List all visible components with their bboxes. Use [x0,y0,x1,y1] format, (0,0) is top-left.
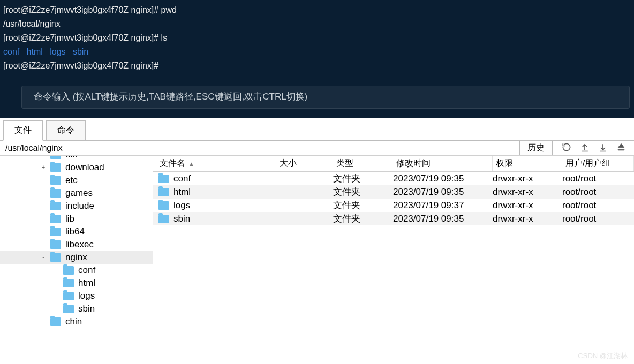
file-row[interactable]: html文件夹2023/07/19 09:35drwxr-xr-xroot/ro… [153,185,634,199]
file-type: 文件夹 [333,199,393,211]
tree-item-lib[interactable]: lib [0,213,153,225]
tree-item-label: logs [78,291,95,301]
folder-icon [50,202,61,210]
tree-item-label: bin [65,156,78,160]
file-row[interactable]: logs文件夹2023/07/19 09:37drwxr-xr-xroot/ro… [153,199,634,212]
folder-icon [63,266,74,275]
file-name: html [173,187,191,198]
tree-item-conf[interactable]: conf [0,264,153,277]
tree-item-label: etc [65,175,78,186]
tree-item-html[interactable]: html [0,277,153,290]
tree-item-libexec[interactable]: libexec [0,238,153,251]
tree-item-label: chin [65,316,82,327]
file-name: conf [173,173,191,184]
folder-icon [159,201,169,210]
folder-icon [50,156,61,159]
file-name: sbin [173,214,190,224]
collapse-icon[interactable]: - [40,254,47,261]
file-date: 2023/07/19 09:35 [393,187,493,198]
folder-icon [63,292,74,300]
refresh-icon[interactable] [561,142,572,155]
file-user: root/root [562,187,634,198]
file-perm: drwxr-xr-x [493,214,562,224]
tree-item-label: games [65,188,93,199]
folder-icon [50,176,61,185]
terminal-output-dirs: conf html logs sbin [3,45,633,59]
file-date: 2023/07/19 09:37 [393,200,493,211]
tree-item-label: include [65,201,94,211]
tree-item-lib64[interactable]: lib64 [0,225,153,238]
tree-item-logs[interactable]: logs [0,290,153,302]
file-perm: drwxr-xr-x [493,187,562,198]
tree-item-label: lib64 [65,226,85,237]
tree-item-chin[interactable]: chin [0,315,153,328]
tab-command[interactable]: 命令 [46,120,86,141]
tree-item-nginx[interactable]: -nginx [0,251,153,264]
tree-item-sbin[interactable]: sbin [0,302,153,315]
file-type: 文件夹 [333,213,393,225]
folder-icon [50,163,61,172]
file-type: 文件夹 [333,172,393,185]
terminal[interactable]: [root@iZ2ze7jmwvt3igb0gx4f70Z nginx]# pw… [0,0,634,76]
tree-item-label: html [78,278,95,289]
tree-item-download[interactable]: +download [0,161,153,174]
sort-asc-icon: ▲ [188,161,194,167]
folder-icon [159,215,169,223]
history-button[interactable]: 历史 [519,141,553,155]
watermark: CSDN @江湖林 [578,351,628,361]
folder-icon [50,189,61,198]
folder-tree[interactable]: bin+downloadetcgamesincludeliblib64libex… [0,156,153,356]
file-user: root/root [562,173,634,184]
tree-item-label: libexec [65,239,94,250]
tree-item-label: nginx [65,252,87,263]
tree-item-label: sbin [78,304,95,314]
folder-icon [159,188,169,196]
file-date: 2023/07/19 09:35 [393,173,493,184]
tree-item-label: download [65,162,104,173]
file-perm: drwxr-xr-x [493,200,562,211]
tree-item-include[interactable]: include [0,200,153,213]
tree-item-etc[interactable]: etc [0,174,153,187]
tree-item-games[interactable]: games [0,187,153,200]
upload-icon[interactable] [579,142,590,155]
cmd: pwd [161,5,177,14]
tab-file[interactable]: 文件 [3,120,43,141]
file-row[interactable]: conf文件夹2023/07/19 09:35drwxr-xr-xroot/ro… [153,172,634,185]
prompt: [root@iZ2ze7jmwvt3igb0gx4f70Z nginx]# [3,33,161,42]
file-type: 文件夹 [333,186,393,198]
expand-icon[interactable]: + [40,164,47,171]
folder-icon [50,215,61,223]
command-hint-bar: 命令输入 (按ALT键提示历史,TAB键路径,ESC键返回,双击CTRL切换) [0,76,634,118]
folder-icon [50,240,61,249]
cmd: ls [161,33,168,42]
file-perm: drwxr-xr-x [493,173,562,184]
file-user: root/root [562,214,634,224]
current-path[interactable]: /usr/local/nginx [0,141,519,155]
tree-item-bin[interactable]: bin [0,156,153,161]
folder-icon [63,305,74,313]
file-list[interactable]: 文件名▲ 大小 类型 修改时间 权限 用户/用户组 conf文件夹2023/07… [153,156,634,356]
folder-icon [50,253,61,262]
path-toolbar: /usr/local/nginx 历史 [0,141,634,156]
file-date: 2023/07/19 09:35 [393,214,493,224]
file-list-header[interactable]: 文件名▲ 大小 类型 修改时间 权限 用户/用户组 [153,156,634,172]
folder-icon [50,317,61,326]
eject-icon[interactable] [616,142,627,155]
file-name: logs [173,200,190,211]
tree-item-label: conf [78,265,95,276]
file-row[interactable]: sbin文件夹2023/07/19 09:35drwxr-xr-xroot/ro… [153,212,634,225]
folder-icon [159,175,169,183]
tab-bar: 文件 命令 [0,120,634,141]
folder-icon [50,228,61,236]
tree-item-label: lib [65,214,74,224]
download-icon[interactable] [598,142,608,155]
command-hint-input[interactable]: 命令输入 (按ALT键提示历史,TAB键路径,ESC键返回,双击CTRL切换) [21,86,630,109]
terminal-output: /usr/local/nginx [3,17,633,31]
prompt: [root@iZ2ze7jmwvt3igb0gx4f70Z nginx]# [3,5,161,14]
file-user: root/root [562,200,634,211]
folder-icon [63,279,74,287]
prompt: [root@iZ2ze7jmwvt3igb0gx4f70Z nginx]# [3,61,159,70]
